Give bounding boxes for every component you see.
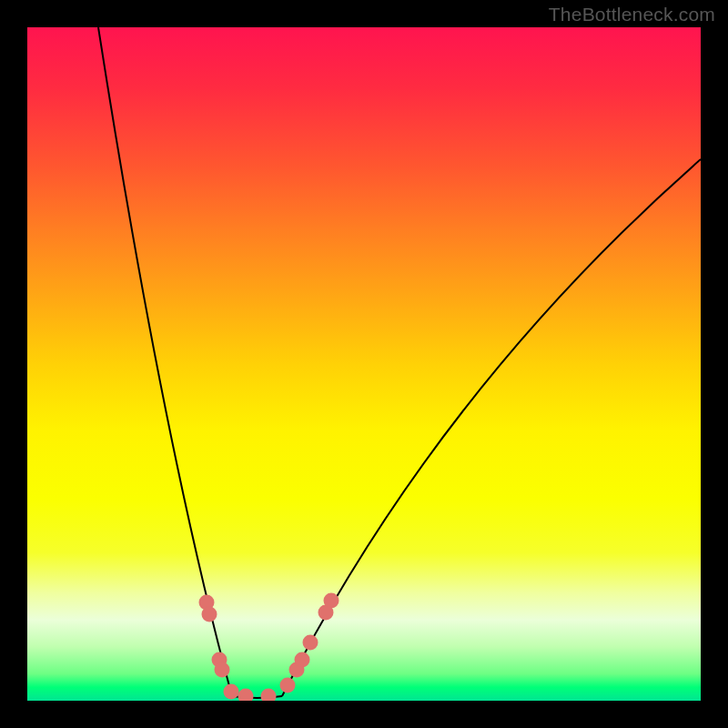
chart-gradient-background <box>27 27 701 701</box>
watermark-text: TheBottleneck.com <box>549 4 715 25</box>
chart-frame: TheBottleneck.com <box>0 0 728 728</box>
